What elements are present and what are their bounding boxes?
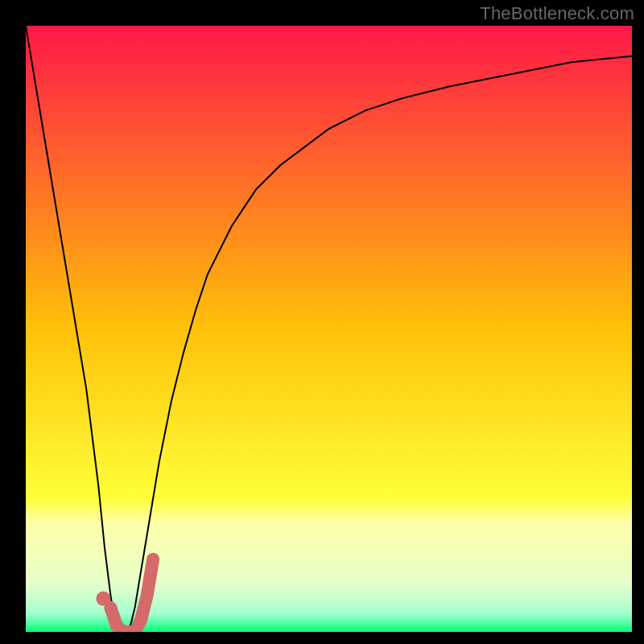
bottleneck-chart bbox=[26, 26, 632, 632]
chart-frame: TheBottleneck.com bbox=[0, 0, 644, 644]
watermark-text: TheBottleneck.com bbox=[480, 3, 634, 24]
highlight-dot bbox=[96, 592, 110, 606]
plot-area bbox=[26, 26, 632, 632]
gradient-background bbox=[26, 26, 632, 632]
